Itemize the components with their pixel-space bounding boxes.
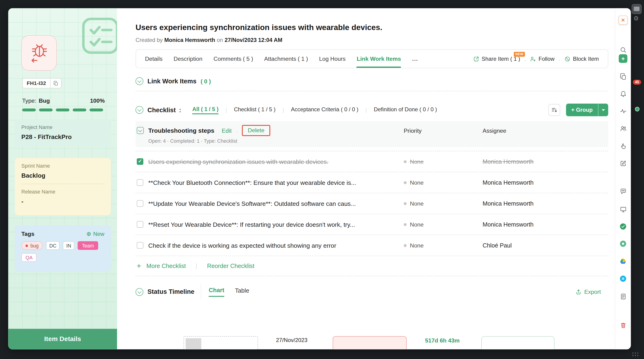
filter-definition-of-done[interactable]: Definition of Done ( 0 / 0 ) <box>374 106 437 114</box>
checklist-section-head: Checklist : All ( 1 / 5 ) | Checklist ( … <box>136 104 608 116</box>
collapse-timeline-icon[interactable] <box>136 288 144 296</box>
progress-percent: 100% <box>90 97 105 104</box>
timeline-tab-table[interactable]: Table <box>235 287 249 296</box>
assignee-value[interactable]: Monica Hemsworth <box>482 200 534 207</box>
priority-value[interactable]: None <box>410 200 424 207</box>
app-green-dot-icon[interactable] <box>619 239 628 248</box>
block-icon <box>564 56 570 62</box>
tab-more[interactable]: ... <box>412 50 418 68</box>
gear-icon[interactable]: ⚙ <box>633 15 639 22</box>
status-timeline-section: Status Timeline Chart Table Export <box>136 284 608 299</box>
trash-icon[interactable] <box>619 320 628 330</box>
collapse-section-icon[interactable] <box>136 77 144 85</box>
share-icon <box>473 56 479 62</box>
timeline-tab-chart[interactable]: Chart <box>209 287 224 297</box>
checklist-item-text[interactable]: **Reset Your Wearable Device**: If resta… <box>148 221 355 228</box>
priority-dot-icon <box>404 244 406 247</box>
group-toggle-icon[interactable] <box>137 127 144 134</box>
tag-in[interactable]: IN <box>63 241 74 250</box>
filter-all[interactable]: All ( 1 / 5 ) <box>192 106 219 114</box>
checkbox-checked[interactable] <box>137 158 143 165</box>
tab-attachments[interactable]: Attachments ( 1 ) <box>264 50 308 68</box>
checkbox-unchecked[interactable] <box>137 179 143 186</box>
screen: ⚙ <box>0 0 644 359</box>
users-icon[interactable] <box>619 124 628 133</box>
assignee-value[interactable]: Monica Hemsworth <box>482 221 534 228</box>
activity-icon[interactable] <box>619 106 628 116</box>
xero-icon[interactable] <box>619 274 628 283</box>
copy-id-icon[interactable] <box>50 79 61 88</box>
group-dropdown-caret[interactable] <box>598 104 608 116</box>
priority-value[interactable]: None <box>410 221 424 228</box>
tap-hand-icon[interactable] <box>619 141 628 150</box>
timeline-node-red[interactable] <box>333 336 407 349</box>
checklist-item-text[interactable]: Users experiencing synchronization issue… <box>148 158 328 165</box>
tab-log-hours[interactable]: Log Hours <box>319 50 346 68</box>
duplicate-icon[interactable] <box>619 72 628 81</box>
sort-checklist-button[interactable] <box>548 104 560 116</box>
checkbox-unchecked[interactable] <box>137 242 143 249</box>
delete-group-link[interactable]: Delete <box>248 127 264 133</box>
priority-value[interactable]: None <box>410 158 424 165</box>
grid-dots-icon[interactable] <box>632 352 638 357</box>
app-green-check-icon[interactable] <box>619 222 628 231</box>
assignee-value[interactable]: Monica Hemsworth <box>482 179 534 186</box>
edit-group-link[interactable]: Edit <box>222 127 232 134</box>
chat-icon[interactable] <box>619 186 628 196</box>
tag-qa[interactable]: QA <box>22 253 37 262</box>
edit-pen-icon[interactable] <box>619 159 628 168</box>
checklist-row: **Update Your Wearable Device's Software… <box>136 193 608 214</box>
timeline-duration-label: 517d 6h 43m <box>425 337 460 344</box>
priority-value[interactable]: None <box>410 179 424 186</box>
follow-button[interactable]: Follow <box>530 56 555 62</box>
checklist-item-text[interactable]: **Update Your Wearable Device's Software… <box>148 200 356 207</box>
red-dot-icon <box>25 244 28 247</box>
documents-icon[interactable] <box>619 292 628 301</box>
item-sidebar: FH1-I32 Type: Bug 100% Project Name P28 … <box>8 8 117 349</box>
google-drive-icon[interactable] <box>619 257 628 266</box>
screen-share-icon[interactable] <box>619 205 628 214</box>
checkbox-unchecked[interactable] <box>137 200 143 207</box>
screenshot-thumbnail-icon[interactable] <box>632 4 642 14</box>
add-tag-button[interactable]: ⊕ New <box>86 230 104 237</box>
bug-type-icon <box>22 35 57 71</box>
filter-acceptance-criteria[interactable]: Acceptance Criteria ( 0 / 0 ) <box>291 106 358 114</box>
checkbox-unchecked[interactable] <box>137 221 143 228</box>
tab-details[interactable]: Details <box>145 50 163 68</box>
reorder-checklist-link[interactable]: Reorder Checklist <box>207 263 254 269</box>
item-detail-panel: Users experiencing synchronization issue… <box>117 8 615 349</box>
item-details-button[interactable]: Item Details <box>8 329 117 349</box>
checklist-footer: + More Checklist | Reorder Checklist <box>136 256 608 276</box>
export-button[interactable]: Export <box>575 288 601 295</box>
plus-icon[interactable]: + <box>137 262 141 270</box>
add-icon[interactable]: + <box>619 54 627 63</box>
filter-checklist[interactable]: Checklist ( 1 / 5 ) <box>234 106 276 114</box>
checklist-item-text[interactable]: Check if the device is working as expect… <box>148 242 336 249</box>
item-tabbar: Details Description Comments ( 5 ) Attac… <box>136 49 608 68</box>
release-label: Release Name <box>22 189 104 195</box>
right-toolbar: ✕ + <box>615 8 631 349</box>
priority-value[interactable]: None <box>410 242 424 249</box>
tag-team[interactable]: Team <box>78 241 98 250</box>
item-id: FH1-I32 <box>22 79 50 88</box>
column-priority: Priority <box>404 127 422 134</box>
tab-comments[interactable]: Comments ( 5 ) <box>214 50 253 68</box>
divider <box>136 91 608 91</box>
timeline-node-green[interactable] <box>481 336 554 349</box>
share-item-button[interactable]: Share Item ( 1 ) NEW <box>473 56 520 62</box>
more-checklist-link[interactable]: More Checklist <box>146 263 186 269</box>
checklist-item-text[interactable]: **Check Your Bluetooth Connection**: Ens… <box>148 179 356 186</box>
notifications-bell-icon[interactable] <box>619 89 628 98</box>
block-item-button[interactable]: Block Item <box>564 56 599 62</box>
add-group-button[interactable]: + Group <box>566 104 608 116</box>
search-icon[interactable] <box>619 45 628 54</box>
tag-dc[interactable]: DC <box>46 241 60 250</box>
tag-bug[interactable]: bug <box>22 241 43 250</box>
tab-link-work-items[interactable]: Link Work Items <box>357 50 401 68</box>
assignee-value[interactable]: Monica Hemsworth <box>482 158 534 165</box>
close-icon[interactable]: ✕ <box>619 16 628 25</box>
collapse-checklist-icon[interactable] <box>136 106 144 114</box>
assignee-value[interactable]: Chloé Paul <box>482 242 512 249</box>
tab-description[interactable]: Description <box>174 50 202 68</box>
timeline-node-dashed[interactable] <box>184 336 258 349</box>
